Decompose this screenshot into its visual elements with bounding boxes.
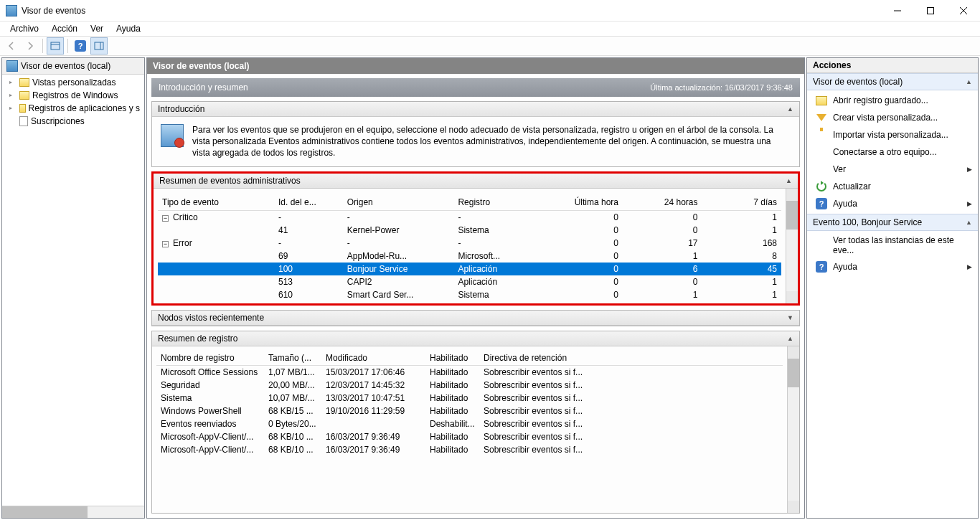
svg-rect-0	[928, 7, 934, 14]
table-row[interactable]: −Error---017168	[158, 237, 781, 250]
admin-summary-header-label: Resumen de eventos administrativos	[159, 176, 301, 186]
admin-table-scrollbar[interactable]	[786, 189, 798, 303]
funnel-icon	[816, 112, 827, 123]
expander-icon[interactable]: −	[162, 215, 169, 222]
action-item-label: Importar vista personalizada...	[833, 130, 948, 140]
menu-ayuda[interactable]: Ayuda	[110, 22, 146, 35]
tree-item-label: Registros de aplicaciones y s	[29, 103, 140, 113]
col-mod[interactable]: Modificado	[321, 351, 425, 366]
col-registro[interactable]: Registro	[453, 194, 538, 211]
overview-title-label: Introducción y resumen	[159, 82, 248, 93]
tree-hscrollbar[interactable]	[2, 506, 144, 518]
col-24h[interactable]: 24 horas	[623, 194, 702, 211]
minimize-button[interactable]	[881, 0, 914, 22]
tree-root-label: Visor de eventos (local)	[21, 61, 110, 71]
menu-ver[interactable]: Ver	[85, 22, 109, 35]
tree-item-label: Vistas personalizadas	[32, 77, 116, 88]
action-item[interactable]: Crear vista personalizada...	[807, 109, 978, 126]
menu-archivo[interactable]: Archivo	[4, 22, 44, 35]
action-item-label: Crear vista personalizada...	[833, 113, 938, 123]
table-row[interactable]: Sistema10,07 MB/...13/03/2017 10:47:51Ha…	[156, 392, 783, 405]
col-nombre[interactable]: Nombre de registro	[156, 351, 264, 366]
maximize-button[interactable]	[914, 0, 947, 22]
admin-summary-header[interactable]: Resumen de eventos administrativos ▲	[154, 174, 798, 189]
col-7d[interactable]: 7 días	[702, 194, 782, 211]
tree-item-windows-logs[interactable]: Registros de Windows	[2, 89, 144, 102]
action-item[interactable]: Importar vista personalizada...	[807, 126, 978, 143]
blank-icon	[816, 240, 827, 251]
table-row[interactable]: 41Kernel-PowerSistema001	[158, 224, 781, 237]
actions-group-local[interactable]: Visor de eventos (local) ▲	[807, 73, 978, 90]
folder-open-icon	[816, 95, 827, 106]
admin-summary-section: Resumen de eventos administrativos ▲ Tip…	[151, 171, 800, 306]
recent-nodes-section: Nodos vistos recientemente ▼	[151, 310, 800, 326]
last-update-label: Última actualización: 16/03/2017 9:36:48	[650, 83, 793, 92]
col-hab[interactable]: Habilitado	[425, 351, 479, 366]
col-id[interactable]: Id. del e...	[274, 194, 343, 211]
tree-item-app-logs[interactable]: Registros de aplicaciones y s	[2, 102, 144, 115]
intro-header-label: Introducción	[158, 104, 204, 114]
tree-item-subscriptions[interactable]: Suscripciones	[2, 115, 144, 128]
table-row[interactable]: Eventos reenviados0 Bytes/20...Deshabili…	[156, 417, 783, 430]
tree-item-label: Registros de Windows	[32, 90, 118, 100]
center-pane: Visor de eventos (local) Introducción y …	[146, 57, 805, 519]
action-item[interactable]: Abrir registro guardado...	[807, 92, 978, 109]
refresh-icon	[816, 181, 827, 192]
table-row[interactable]: Microsoft Office Sessions1,07 MB/1...15/…	[156, 365, 783, 379]
table-row[interactable]: 100Bonjour ServiceAplicación0645	[158, 263, 781, 275]
actions-group-event-items: Ver todas las instancias de este eve...?…	[807, 231, 978, 277]
registry-table-scrollbar[interactable]	[787, 346, 799, 513]
main-area: Visor de eventos (local) Vistas personal…	[0, 56, 980, 520]
show-hide-tree-button[interactable]	[47, 37, 64, 55]
expander-icon[interactable]: −	[162, 241, 169, 247]
col-ultima[interactable]: Última hora	[538, 194, 623, 211]
col-origen[interactable]: Origen	[343, 194, 454, 211]
help-button[interactable]: ?	[72, 37, 89, 55]
action-item[interactable]: Ver todas las instancias de este eve...	[807, 232, 978, 258]
close-button[interactable]	[947, 0, 980, 22]
action-item[interactable]: ?Ayuda▶	[807, 195, 978, 212]
tree-item-custom-views[interactable]: Vistas personalizadas	[2, 76, 144, 89]
table-row[interactable]: Microsoft-AppV-Client/...68 KB/10 ...16/…	[156, 443, 783, 456]
intro-header[interactable]: Introducción ▲	[152, 102, 799, 117]
toolbar-separator	[67, 39, 68, 53]
forward-button[interactable]	[22, 37, 39, 55]
action-item-label: Conectarse a otro equipo...	[833, 147, 937, 157]
action-item-label: Ayuda	[833, 199, 857, 209]
show-hide-actions-button[interactable]	[90, 37, 108, 55]
table-row[interactable]: Windows PowerShell68 KB/15 ...19/10/2016…	[156, 405, 783, 417]
recent-nodes-header[interactable]: Nodos vistos recientemente ▼	[152, 311, 799, 326]
menubar: Archivo Acción Ver Ayuda	[0, 22, 980, 36]
help-icon: ?	[816, 198, 827, 209]
help-icon: ?	[816, 261, 827, 273]
tree-root[interactable]: Visor de eventos (local)	[2, 58, 144, 75]
actions-group-local-items: Abrir registro guardado...Crear vista pe…	[807, 90, 978, 214]
col-dir[interactable]: Directiva de retención	[479, 351, 783, 366]
submenu-arrow-icon: ▶	[967, 166, 972, 173]
col-tam[interactable]: Tamaño (...	[264, 351, 321, 366]
intro-text: Para ver los eventos que se produjeron e…	[192, 124, 791, 159]
action-item[interactable]: ?Ayuda▶	[807, 258, 978, 275]
action-item[interactable]: Actualizar	[807, 178, 978, 195]
back-button[interactable]	[3, 37, 20, 55]
table-row[interactable]: −Crítico---001	[158, 210, 781, 224]
col-tipo[interactable]: Tipo de evento	[158, 194, 274, 211]
table-row[interactable]: Seguridad20,00 MB/...12/03/2017 14:45:32…	[156, 379, 783, 392]
table-row[interactable]: 610Smart Card Ser...Sistema011	[158, 288, 781, 301]
action-item[interactable]: Conectarse a otro equipo...	[807, 143, 978, 161]
blank-icon	[816, 146, 827, 158]
registry-summary-header-label: Resumen de registro	[158, 334, 237, 344]
table-row[interactable]: 69AppModel-Ru...Microsoft...018	[158, 250, 781, 263]
table-row[interactable]: 513CAPI2Aplicación001	[158, 275, 781, 288]
registry-summary-table: Nombre de registro Tamaño (... Modificad…	[152, 346, 787, 513]
collapse-icon: ▲	[966, 78, 972, 85]
action-item[interactable]: Ver▶	[807, 161, 978, 178]
menu-accion[interactable]: Acción	[46, 22, 83, 35]
collapse-icon: ▲	[787, 335, 793, 342]
admin-summary-table: Tipo de evento Id. del e... Origen Regis…	[154, 189, 786, 303]
registry-summary-header[interactable]: Resumen de registro ▲	[152, 331, 799, 346]
table-row[interactable]: Microsoft-AppV-Client/...68 KB/10 ...16/…	[156, 430, 783, 443]
toolbar-separator	[42, 39, 43, 53]
actions-group-event[interactable]: Evento 100, Bonjour Service ▲	[807, 214, 978, 231]
recent-nodes-header-label: Nodos vistos recientemente	[158, 313, 264, 323]
